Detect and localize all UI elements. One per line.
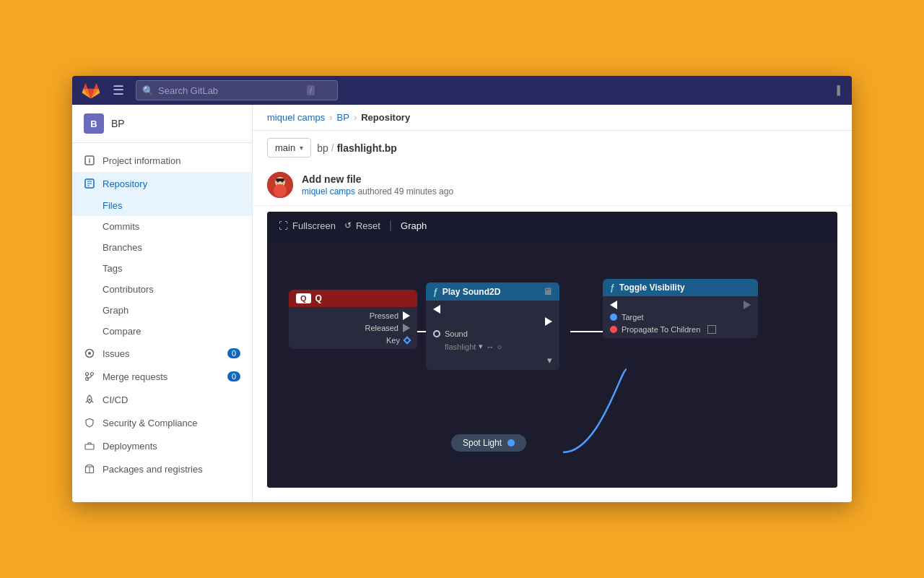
fullscreen-icon: ⛶ bbox=[279, 220, 288, 231]
q-key-port: Key bbox=[296, 336, 410, 345]
target-pin bbox=[610, 314, 617, 321]
sidebar-item-label: Issues bbox=[103, 348, 130, 359]
q-node: Q Q Pressed Released bbox=[289, 290, 417, 349]
ps2d-exec-out bbox=[433, 317, 552, 326]
sidebar-subitem-graph[interactable]: Graph bbox=[72, 300, 252, 321]
svg-point-8 bbox=[88, 352, 91, 355]
search-icon: 🔍 bbox=[142, 85, 154, 96]
sidebar-subitem-label: Files bbox=[103, 200, 122, 211]
ps2d-bottom-port: ▾ bbox=[433, 355, 552, 366]
sidebar-item-deployments[interactable]: Deployments bbox=[72, 434, 252, 457]
fullscreen-button[interactable]: ⛶ Fullscreen bbox=[279, 220, 336, 231]
commit-author[interactable]: miquel camps bbox=[302, 186, 355, 197]
issues-icon bbox=[84, 348, 95, 359]
breadcrumb-user[interactable]: miquel camps bbox=[267, 112, 325, 123]
sidebar-subitem-label: Tags bbox=[103, 263, 122, 274]
breadcrumb: miquel camps › BP › Repository bbox=[253, 105, 852, 131]
sidebar-subitem-label: Commits bbox=[103, 221, 139, 232]
ps2d-exec-in bbox=[433, 305, 552, 314]
rocket-icon bbox=[84, 394, 95, 405]
sidebar-item-label: Packages and registries bbox=[103, 464, 203, 475]
issues-badge: 0 bbox=[227, 348, 240, 358]
avatar bbox=[267, 172, 293, 198]
graph-canvas[interactable]: Q Q Pressed Released bbox=[267, 239, 837, 488]
box-icon bbox=[84, 463, 95, 475]
sidebar-item-label: Merge requests bbox=[103, 371, 167, 382]
exec-out-pin bbox=[545, 317, 552, 326]
sidebar-nav: Project information Repository bbox=[72, 143, 252, 502]
reset-button[interactable]: ↺ Reset bbox=[344, 220, 380, 231]
sound-pin bbox=[433, 330, 440, 337]
commit-meta: miquel camps authored 49 minutes ago bbox=[302, 186, 453, 197]
sidebar-item-merge-requests[interactable]: Merge requests 0 bbox=[72, 365, 252, 388]
sidebar-item-project-information[interactable]: Project information bbox=[72, 149, 252, 172]
sidebar-item-cicd[interactable]: CI/CD bbox=[72, 388, 252, 411]
sidebar-item-label: Project information bbox=[103, 155, 180, 166]
commit-details: Add new file miquel camps authored 49 mi… bbox=[302, 173, 453, 197]
main-layout: B BP Project information bbox=[72, 105, 852, 502]
project-header: B BP bbox=[72, 105, 252, 143]
shield-icon bbox=[84, 417, 95, 428]
sidebar-subitem-compare[interactable]: Compare bbox=[72, 321, 252, 342]
exec-in-pin bbox=[433, 305, 440, 314]
branch-selector[interactable]: main ▾ bbox=[267, 138, 311, 158]
sidebar-item-label: Repository bbox=[103, 178, 147, 189]
q-released-port: Released bbox=[296, 324, 410, 332]
sidebar-subitem-label: Branches bbox=[103, 242, 142, 253]
file-path: bp / flashlight.bp bbox=[317, 142, 397, 154]
deploy-icon bbox=[84, 440, 95, 452]
breadcrumb-current: Repository bbox=[361, 112, 410, 123]
breadcrumb-project[interactable]: BP bbox=[337, 112, 349, 123]
sidebar-subitem-contributors[interactable]: Contributors bbox=[72, 279, 252, 300]
sidebar-subitem-label: Graph bbox=[103, 305, 128, 316]
sidebar-subitem-branches[interactable]: Branches bbox=[72, 237, 252, 258]
sidebar-subitem-commits[interactable]: Commits bbox=[72, 216, 252, 237]
file-dir[interactable]: bp bbox=[317, 142, 328, 154]
sidebar-item-packages[interactable]: Packages and registries bbox=[72, 457, 252, 480]
sidebar: B BP Project information bbox=[72, 105, 253, 502]
browser-window: ☰ 🔍 / ▌ B BP bbox=[72, 76, 852, 502]
sidebar-item-issues[interactable]: Issues 0 bbox=[72, 342, 252, 365]
spotlight-pin bbox=[507, 439, 515, 447]
file-path-bar: main ▾ bp / flashlight.bp bbox=[253, 131, 852, 165]
tv-propagate-port: Propagate To Children bbox=[610, 325, 751, 334]
spotlight-label: Spot Light bbox=[463, 438, 502, 448]
ps2d-flashlight-port: flashlight ▾ ↔ ○ bbox=[433, 342, 552, 351]
sidebar-item-label: Deployments bbox=[103, 441, 157, 452]
reset-icon: ↺ bbox=[344, 220, 352, 230]
commit-message: Add new file bbox=[302, 173, 453, 185]
chevron-down-icon: ▾ bbox=[300, 144, 303, 152]
sidebar-item-security[interactable]: Security & Compliance bbox=[72, 411, 252, 434]
repository-icon bbox=[84, 178, 95, 189]
spotlight-node: Spot Light bbox=[451, 434, 526, 452]
svg-point-21 bbox=[274, 184, 287, 197]
sidebar-subitem-label: Compare bbox=[103, 326, 141, 337]
svg-point-9 bbox=[86, 373, 89, 376]
q-pressed-port: Pressed bbox=[296, 311, 410, 320]
sidebar-subitem-tags[interactable]: Tags bbox=[72, 258, 252, 279]
sidebar-subitem-label: Contributors bbox=[103, 284, 154, 295]
toggle-visibility-node: ƒ Toggle Visibility Target bbox=[603, 279, 758, 338]
graph-area: ⛶ Fullscreen ↺ Reset | Graph bbox=[267, 212, 837, 488]
search-bar[interactable]: 🔍 / bbox=[136, 80, 338, 100]
top-nav: ☰ 🔍 / ▌ bbox=[72, 76, 852, 105]
branch-name: main bbox=[275, 142, 295, 153]
ps2d-sound-port: Sound bbox=[433, 329, 552, 338]
sidebar-subitem-files[interactable]: Files bbox=[72, 195, 252, 216]
sidebar-item-repository[interactable]: Repository bbox=[72, 172, 252, 195]
search-input[interactable] bbox=[158, 85, 302, 96]
gitlab-logo-icon[interactable] bbox=[81, 80, 101, 100]
sidebar-item-label: Security & Compliance bbox=[103, 418, 198, 428]
key-pin bbox=[403, 336, 411, 344]
tv-exec-out-pin bbox=[744, 301, 751, 309]
project-name: BP bbox=[111, 118, 125, 129]
merge-icon bbox=[84, 371, 95, 382]
svg-rect-13 bbox=[85, 444, 94, 449]
graph-toolbar: ⛶ Fullscreen ↺ Reset | Graph bbox=[267, 212, 837, 239]
commit-time-text: authored 49 minutes ago bbox=[357, 186, 453, 197]
hamburger-menu-icon[interactable]: ☰ bbox=[110, 79, 127, 101]
graph-tab[interactable]: Graph bbox=[401, 220, 427, 231]
released-pin bbox=[403, 324, 410, 332]
sidebar-item-label: CI/CD bbox=[103, 394, 128, 405]
play-sound2d-node: ƒ Play Sound2D 🖥 bbox=[426, 282, 559, 370]
